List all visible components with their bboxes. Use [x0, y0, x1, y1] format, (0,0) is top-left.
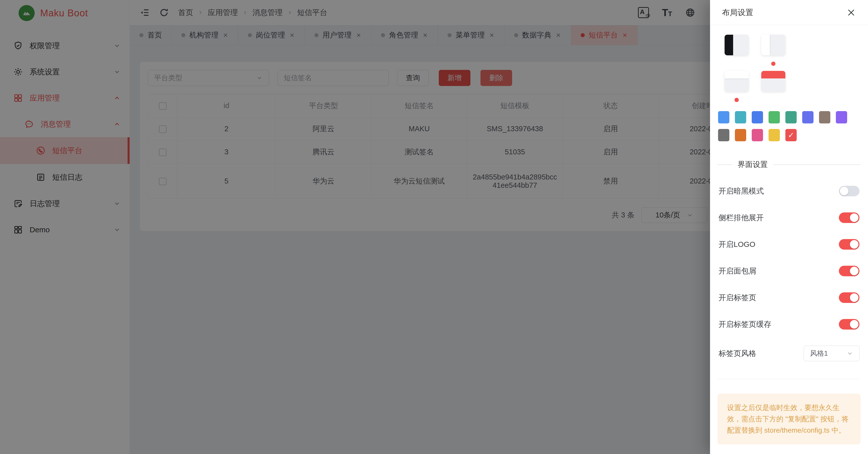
tab-cache-toggle[interactable] — [839, 319, 860, 330]
drawer-body: 界面设置 开启暗黑模式 侧栏排他展开 开启LOGO 开启面包屑 开启标签页 开启… — [710, 35, 868, 454]
setting-logo: 开启LOGO — [718, 239, 861, 250]
theme-color-swatch[interactable] — [735, 129, 746, 141]
settings-notice: 设置之后仅是临时生效，要想永久生效，需点击下方的 "复制配置" 按钮，将配置替换… — [718, 394, 861, 445]
layout-option-light-sidebar[interactable] — [761, 35, 785, 55]
interface-settings-divider: 界面设置 — [718, 160, 861, 170]
setting-label: 开启标签页缓存 — [719, 319, 771, 330]
layout-option-light-header[interactable] — [724, 71, 749, 91]
theme-color-swatch[interactable] — [718, 129, 730, 141]
layout-option-primary-header[interactable] — [761, 71, 785, 91]
layout-option-dark-sidebar[interactable] — [724, 35, 749, 55]
setting-tab-style: 标签页风格 风格1 — [718, 346, 861, 361]
setting-label: 开启面包屑 — [719, 266, 756, 276]
dark-sidebar-preview — [724, 35, 733, 55]
breadcrumb-toggle[interactable] — [839, 266, 860, 276]
setting-label: 开启暗黑模式 — [719, 186, 764, 196]
setting-label: 标签页风格 — [719, 348, 756, 359]
theme-color-swatch[interactable] — [752, 111, 763, 123]
tabs-toggle[interactable] — [839, 292, 860, 303]
layout-options — [718, 35, 861, 91]
theme-color-swatch[interactable] — [802, 111, 813, 123]
layout-settings-drawer: 布局设置 — [710, 0, 868, 454]
chevron-down-icon — [847, 350, 853, 357]
primary-header-preview — [761, 71, 785, 79]
light-sidebar-preview — [761, 35, 770, 55]
drawer-title: 布局设置 — [722, 7, 753, 18]
theme-color-swatch[interactable] — [819, 111, 830, 123]
setting-breadcrumb: 开启面包屑 — [718, 266, 861, 276]
light-header-preview — [724, 71, 749, 79]
setting-label: 侧栏排他展开 — [719, 213, 764, 223]
theme-color-picker — [718, 111, 861, 141]
setting-label: 开启LOGO — [719, 239, 755, 250]
theme-color-swatch[interactable] — [769, 129, 780, 141]
setting-tab-cache: 开启标签页缓存 — [718, 319, 861, 330]
setting-tabs: 开启标签页 — [718, 292, 861, 303]
theme-color-swatch[interactable] — [735, 111, 746, 123]
setting-sidebar-accordion: 侧栏排他展开 — [718, 212, 861, 223]
tab-style-select[interactable]: 风格1 — [804, 346, 860, 361]
setting-dark-mode: 开启暗黑模式 — [718, 186, 861, 196]
theme-color-swatch[interactable] — [769, 111, 780, 123]
drawer-header: 布局设置 — [710, 0, 868, 25]
close-icon[interactable] — [846, 8, 856, 17]
theme-color-swatch[interactable] — [836, 111, 847, 123]
tab-style-value: 风格1 — [810, 349, 828, 358]
theme-color-swatch[interactable] — [752, 129, 763, 141]
setting-label: 开启标签页 — [719, 293, 756, 303]
logo-toggle[interactable] — [839, 239, 860, 250]
dark-mode-toggle[interactable] — [839, 186, 860, 196]
sidebar-accordion-toggle[interactable] — [839, 212, 860, 223]
theme-color-swatch[interactable] — [718, 111, 730, 123]
section-title: 界面设置 — [732, 160, 773, 170]
theme-color-swatch[interactable] — [785, 111, 797, 123]
theme-color-swatch-selected[interactable] — [785, 129, 797, 141]
drawer-divider — [718, 379, 861, 379]
